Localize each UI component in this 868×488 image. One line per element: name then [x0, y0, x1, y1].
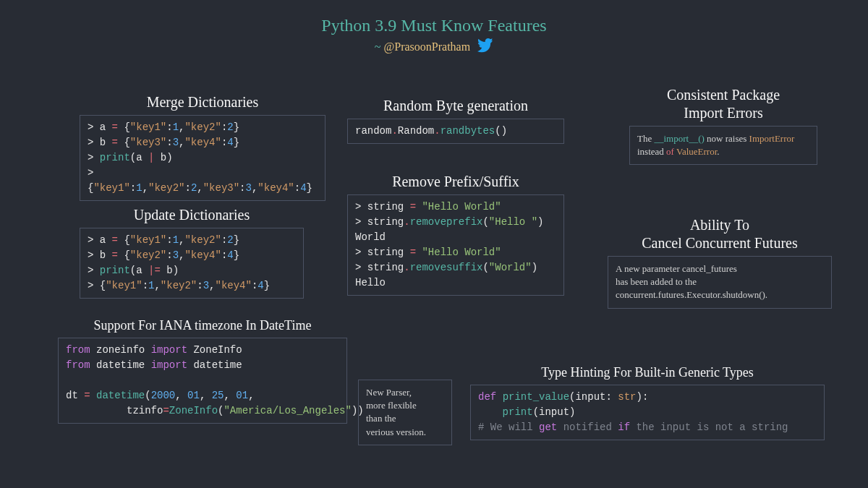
cancel-title-l1: Ability To: [608, 217, 832, 234]
cancel-l3: concurrent.futures.Executor.shutdown().: [616, 288, 824, 301]
cancel-l2: has been added to the: [616, 275, 824, 288]
parser-l4: verious version.: [366, 426, 444, 439]
prefix-title: Remove Prefix/Suffix: [347, 174, 564, 190]
cancel-title-l2: Cancel Concurrent Futures: [608, 235, 832, 252]
cancel-box: A new parameter cancel_futures has been …: [608, 256, 832, 309]
merge-code: > a = {"key1":1,"key2":2} > b = {"key3":…: [80, 115, 326, 201]
import-title-l1: Consistent Package: [629, 87, 817, 103]
merge-title: Merge Dictionaries: [80, 94, 326, 111]
cancel-l1: A new parameter cancel_futures: [616, 262, 824, 275]
typehint-code: def print_value(input: str): print(input…: [470, 385, 825, 440]
parser-box: New Parser, more flexible than the verio…: [358, 380, 452, 445]
twitter-icon: [477, 38, 493, 57]
update-title: Update Dictionaries: [80, 207, 304, 223]
page-title: Python 3.9 Must Know Features: [0, 0, 868, 35]
page-subtitle: ~ @PrasoonPratham: [0, 38, 868, 57]
prefix-code: > string = "Hello World" > string.remove…: [347, 194, 564, 296]
typehint-title: Type Hinting For Built-in Generic Types: [470, 365, 825, 380]
iana-code: from zoneinfo import ZoneInfo from datet…: [58, 338, 347, 424]
import-title-l2: Import Errors: [629, 105, 817, 121]
subtitle-tilde: ~: [375, 40, 381, 53]
parser-l1: New Parser,: [366, 386, 444, 399]
parser-l2: more flexible: [366, 399, 444, 412]
subtitle-handle: @PrasoonPratham: [384, 40, 471, 53]
iana-title: Support For IANA timezone In DateTime: [58, 318, 347, 333]
update-code: > a = {"key1":1,"key2":2} > b = {"key2":…: [80, 228, 304, 299]
parser-l3: than the: [366, 412, 444, 425]
randbytes-title: Random Byte generation: [347, 98, 564, 114]
randbytes-code: random.Random.randbytes(): [347, 119, 564, 144]
import-box: The __import__() now raises ImportError …: [629, 126, 817, 165]
